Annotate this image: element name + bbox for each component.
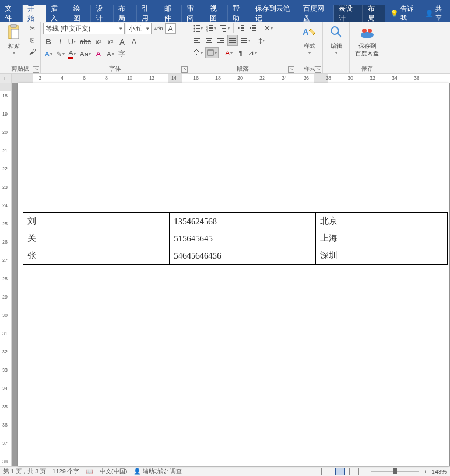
font-color-button[interactable]: A xyxy=(67,48,78,59)
table-cell[interactable]: 54645646456 xyxy=(170,247,316,265)
align-right-button[interactable] xyxy=(215,35,226,46)
bold-button[interactable]: B xyxy=(43,36,54,47)
table-row[interactable]: 关515645645上海 xyxy=(23,230,448,247)
print-layout-button[interactable] xyxy=(335,468,345,475)
font-name-combo[interactable]: 等线 (中文正文)▾ xyxy=(43,23,125,34)
table-cell[interactable]: 上海 xyxy=(316,230,448,247)
align-center-button[interactable] xyxy=(203,35,214,46)
multilevel-list-button[interactable] xyxy=(219,23,231,33)
tab-view[interactable]: 视图 xyxy=(205,5,228,22)
web-layout-button[interactable] xyxy=(349,468,359,475)
chevron-down-icon[interactable]: ▾ xyxy=(119,26,122,31)
table-cell[interactable]: 515645645 xyxy=(170,230,316,247)
tab-design[interactable]: 设计 xyxy=(91,5,114,22)
sort-button[interactable]: A xyxy=(223,47,234,58)
clipboard-dialog-launcher[interactable]: ↘ xyxy=(33,66,39,73)
align-left-button[interactable] xyxy=(192,35,202,46)
lightbulb-icon: 💡 xyxy=(390,10,398,17)
char-shading-button[interactable]: 字 xyxy=(117,48,128,59)
font-size-value: 小五 xyxy=(129,24,142,33)
page-count[interactable]: 第 1 页，共 3 页 xyxy=(3,467,46,475)
align-justify-button[interactable] xyxy=(227,35,238,46)
tab-baidu[interactable]: 百度网盘 xyxy=(298,5,334,22)
read-mode-button[interactable] xyxy=(321,468,331,475)
format-painter-button[interactable]: 🖌 xyxy=(27,46,38,57)
chevron-down-icon[interactable]: ▾ xyxy=(146,26,149,31)
line-spacing-button[interactable]: ‡ xyxy=(256,35,267,46)
align-distributed-button[interactable] xyxy=(239,35,251,46)
document-page[interactable]: 刘1354624568北京关515645645上海张54645646456深圳 xyxy=(18,83,449,466)
highlight-button[interactable]: ✎ xyxy=(55,48,66,59)
tab-draw[interactable]: 绘图 xyxy=(68,5,91,22)
text-effects-button[interactable]: A xyxy=(43,48,54,59)
styles-dialog-launcher[interactable]: ↘ xyxy=(315,66,321,73)
spellcheck-icon[interactable]: 📖 xyxy=(86,468,93,475)
increase-indent-button[interactable] xyxy=(248,23,258,33)
font-size-combo[interactable]: 小五▾ xyxy=(126,23,152,34)
tab-review[interactable]: 审阅 xyxy=(182,5,205,22)
zoom-out-button[interactable]: − xyxy=(363,468,367,475)
tab-insert[interactable]: 插入 xyxy=(46,5,68,22)
tab-cloud[interactable]: 保存到云笔记 xyxy=(250,5,298,22)
table-row[interactable]: 张54645646456深圳 xyxy=(23,247,448,265)
circled-char-button[interactable]: A xyxy=(105,48,116,59)
zoom-in-button[interactable]: + xyxy=(424,468,427,475)
shrink-font-button[interactable]: A xyxy=(129,36,139,47)
save-baidu-button[interactable]: 保存到 百度网盘 xyxy=(352,23,382,58)
font-dialog-launcher[interactable]: ↘ xyxy=(181,66,188,73)
cut-button[interactable]: ✂ xyxy=(27,23,38,33)
para-dialog-launcher[interactable]: ↘ xyxy=(288,66,294,73)
strikethrough-button[interactable]: abc xyxy=(79,36,92,47)
underline-button[interactable]: U xyxy=(67,36,78,47)
paste-button[interactable]: 粘贴 ▾ xyxy=(2,23,26,58)
text-direction-button[interactable]: ✕ xyxy=(263,23,274,33)
tab-references[interactable]: 引用 xyxy=(137,5,159,22)
zoom-slider[interactable] xyxy=(371,471,419,472)
collapse-ribbon-button[interactable]: ︿ xyxy=(441,466,448,475)
borders-button[interactable] xyxy=(205,47,219,58)
decrease-indent-button[interactable] xyxy=(236,23,247,33)
phonetic-guide-button[interactable]: wén xyxy=(153,23,164,34)
show-marks-button[interactable]: ¶ xyxy=(235,47,246,58)
table-row[interactable]: 刘1354624568北京 xyxy=(23,213,448,230)
subscript-button[interactable]: x2 xyxy=(93,36,104,47)
tab-home[interactable]: 开始 xyxy=(23,5,45,22)
tab-help[interactable]: 帮助 xyxy=(228,5,250,22)
numbering-button[interactable]: 123 xyxy=(205,23,217,33)
edit-button[interactable]: 编辑 ▾ xyxy=(325,23,347,58)
tab-table-design[interactable]: 表设计 xyxy=(334,5,363,22)
change-case-button[interactable]: Aa xyxy=(79,48,92,59)
copy-button[interactable]: ⎘ xyxy=(27,34,38,45)
bullets-button[interactable] xyxy=(192,23,204,33)
tab-file[interactable]: 文件 xyxy=(0,5,23,22)
tab-table-layout[interactable]: 布局 xyxy=(363,5,385,22)
table-cell[interactable]: 关 xyxy=(23,230,170,247)
share-button[interactable]: 👤共享 xyxy=(420,5,450,22)
snap-to-grid-button[interactable]: ⊿ xyxy=(247,47,258,58)
italic-button[interactable]: I xyxy=(55,36,66,47)
zoom-thumb[interactable] xyxy=(393,468,397,474)
superscript-button[interactable]: x2 xyxy=(105,36,116,47)
language-status[interactable]: 中文(中国) xyxy=(100,467,127,475)
svg-point-43 xyxy=(361,32,374,38)
separator xyxy=(261,23,261,33)
document-table[interactable]: 刘1354624568北京关515645645上海张54645646456深圳 xyxy=(23,212,448,265)
tell-me[interactable]: 💡告诉我 xyxy=(385,5,420,22)
clear-formatting-button[interactable]: A xyxy=(93,48,104,59)
styles-button[interactable]: A 样式 ▾ xyxy=(298,23,320,58)
accessibility-status[interactable]: 👤 辅助功能: 调查 xyxy=(133,467,181,475)
horizontal-ruler[interactable]: 24681012141618202224262830323436 xyxy=(12,74,450,83)
grow-font-button[interactable]: A xyxy=(117,36,128,47)
table-cell[interactable]: 1354624568 xyxy=(170,213,316,230)
table-cell[interactable]: 北京 xyxy=(316,213,448,230)
table-cell[interactable]: 张 xyxy=(23,247,170,265)
char-border-button[interactable]: A xyxy=(165,23,176,34)
tab-mail[interactable]: 邮件 xyxy=(159,5,182,22)
tab-layout[interactable]: 布局 xyxy=(114,5,136,22)
table-cell[interactable]: 刘 xyxy=(23,213,170,230)
ruler-corner[interactable]: L xyxy=(0,74,12,83)
vertical-ruler[interactable]: 1819202122232425262728293031323334353637… xyxy=(0,83,12,466)
word-count[interactable]: 1129 个字 xyxy=(52,467,79,475)
table-cell[interactable]: 深圳 xyxy=(316,247,448,265)
shading-button[interactable] xyxy=(192,47,204,58)
